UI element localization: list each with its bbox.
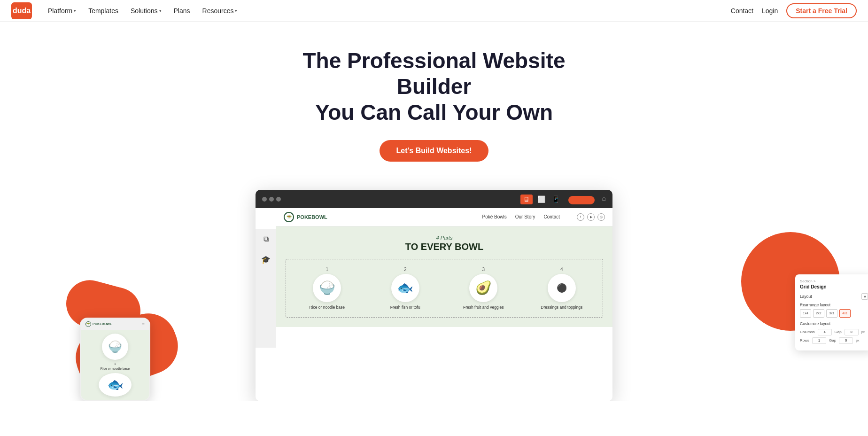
hero-cta-button[interactable]: Let's Build Websites! [380,140,489,162]
phone-header: 🥗 POKEBOWL ≡ [81,319,149,330]
bowl-img-3: 🥑 [469,274,497,302]
layout-3x1[interactable]: 3x1 [826,309,837,318]
phone-menu-icon: ≡ [142,321,145,327]
nav-contact[interactable]: Contact [731,7,753,15]
instagram-icon: ◎ [597,213,605,221]
nav-resources[interactable]: Resources ▾ [198,4,242,17]
nav-solutions[interactable]: Solutions ▾ [126,4,166,17]
browser-chrome: 🖥 ⬜ 📱 ⌂ [256,190,612,208]
start-trial-button[interactable]: Start a Free Trial [786,3,857,18]
site-link-story: Our Story [515,214,535,219]
logo[interactable]: duda [11,2,32,19]
orange-button-preview[interactable] [568,195,595,204]
site-logo: 🥗 POKEBOWL [284,212,327,222]
nav-platform[interactable]: Platform ▾ [43,4,81,17]
dot-yellow [269,197,274,202]
dot-red [262,197,267,202]
navbar: duda Platform ▾ Templates Solutions ▾ Pl… [0,0,868,22]
resources-chevron-icon: ▾ [235,8,237,13]
site-link-contact: Contact [544,214,560,219]
bowl-subtitle: 4 Parts [286,235,603,241]
bowl-title: TO EVERY BOWL [286,241,603,252]
layout-toggle[interactable]: ∧ [861,293,868,300]
layout-2x2[interactable]: 2x2 [813,309,824,318]
site-nav-links: Poké Bowls Our Story Contact [482,214,560,219]
hero-headline: The Professional Website Builder You Can… [270,48,598,126]
browser-window: 🖥 ⬜ 📱 ⌂ ⧉ 🎓 [256,190,612,401]
customize-label: Customize layout [800,321,868,326]
bowl-section: 4 Parts TO EVERY BOWL 1 🍚 Rice or noodle… [276,226,612,327]
nav-links: Platform ▾ Templates Solutions ▾ Plans R… [43,4,731,17]
site-social-icons: f ▶ ◎ [577,213,605,221]
panel-section-label: Section > [800,279,868,283]
panel-title: Grid Design [800,284,868,289]
columns-input[interactable] [818,329,832,335]
rows-input[interactable] [812,337,826,344]
bowl-img-4: ⚫ [548,274,576,302]
bowl-item-4: 4 ⚫ Dressings and toppings [525,263,599,313]
mockup-area: 🥗 POKEBOWL ≡ 🍚 1 Rice or noodle base 🐟 [0,190,868,401]
nav-right: Contact Login Start a Free Trial [731,3,857,18]
bowl-item-3: 3 🥑 Fresh fruit and veggies [446,263,521,313]
layout-4x1[interactable]: 4x1 [839,309,851,318]
phone-fish-image: 🐟 [99,373,132,397]
device-tablet-button[interactable]: ⬜ [535,195,547,204]
home-icon[interactable]: ⌂ [602,195,606,204]
platform-chevron-icon: ▾ [74,8,76,13]
website-preview: 🥗 POKEBOWL Poké Bowls Our Story Contact … [276,208,612,327]
bowl-img-1: 🍚 [313,274,341,302]
bowl-img-2: 🐟 [391,274,419,302]
nav-plans[interactable]: Plans [169,4,195,17]
solutions-chevron-icon: ▾ [159,8,162,13]
site-logo-icon: 🥗 [284,212,294,222]
editor-layout: ⧉ 🎓 🥗 POKEBOWL Poké Bowls Our Story Cont… [256,208,612,327]
phone-bowl-image: 🍚 [102,334,128,360]
layers-icon[interactable]: ⧉ [256,229,276,249]
bowl-item-1: 1 🍚 Rice or noodle base [290,263,364,313]
phone-mockup: 🥗 POKEBOWL ≡ 🍚 1 Rice or noodle base 🐟 [80,318,150,401]
widgets-icon[interactable]: 🎓 [256,249,276,270]
layout-1x4[interactable]: 1x4 [800,309,811,318]
editor-sidebar: ⧉ 🎓 [256,229,276,348]
browser-dots [262,197,281,202]
rows-gap-input[interactable] [839,337,853,344]
site-link-poke: Poké Bowls [482,214,506,219]
bowl-grid: 1 🍚 Rice or noodle base 2 🐟 Fresh fish o… [286,259,603,318]
device-monitor-button[interactable]: 🖥 [520,195,533,204]
nav-templates[interactable]: Templates [84,4,123,17]
nav-login[interactable]: Login [762,7,778,15]
bowl-item-2: 2 🐟 Fresh fish or tofu [368,263,443,313]
phone-logo: 🥗 POKEBOWL [85,321,112,327]
browser-toolbar: 🖥 ⬜ 📱 ⌂ [287,195,606,204]
facebook-icon: f [577,213,584,221]
panel-layout-row: Layout ∧ [800,293,868,300]
phone-content: 🍚 1 Rice or noodle base 🐟 [81,330,149,400]
columns-field-row: Columns Gap px [800,329,868,335]
layout-options: 1x4 2x2 3x1 4x1 [800,309,868,318]
rearrange-label: Rearrange layout [800,303,868,307]
rows-field-row: Rows Gap px [800,337,868,344]
device-icons: 🖥 ⬜ 📱 ⌂ [520,195,606,204]
grid-design-panel: Section > Grid Design Layout ∧ Rearrange… [795,274,868,350]
dot-green [276,197,281,202]
hero-section: The Professional Website Builder You Can… [0,22,868,176]
columns-gap-input[interactable] [845,329,859,335]
device-phone-button[interactable]: 📱 [550,195,562,204]
site-navigation: 🥗 POKEBOWL Poké Bowls Our Story Contact … [276,208,612,226]
youtube-icon: ▶ [587,213,595,221]
